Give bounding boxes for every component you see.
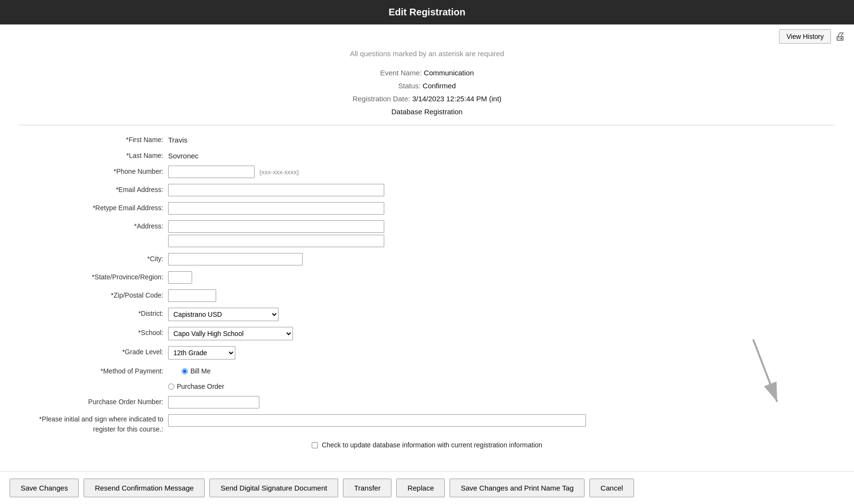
city-label: *City: <box>19 253 168 263</box>
po-number-label: Purchase Order Number: <box>19 396 168 406</box>
svg-line-1 <box>753 339 777 402</box>
po-number-row: Purchase Order Number: <box>19 396 835 408</box>
district-row: *District: Capistrano USD <box>19 308 835 321</box>
bill-me-radio[interactable] <box>182 368 188 374</box>
purchase-order-option[interactable]: Purchase Order <box>168 383 224 390</box>
required-notice: All questions marked by an asterisk are … <box>0 49 854 58</box>
first-name-label: *First Name: <box>19 134 168 144</box>
top-toolbar: View History 🖨 <box>0 24 854 47</box>
first-name-value: Travis <box>168 134 187 144</box>
last-name-value: Sovronec <box>168 150 198 160</box>
sign-field: Document has not been signed <box>168 414 586 427</box>
phone-input[interactable]: 949-951-8701 <box>168 166 255 178</box>
status-value: Confirmed <box>423 82 456 90</box>
reg-date-label: Registration Date: <box>353 95 410 103</box>
address-row: *Address: 123 Main St <box>19 220 835 247</box>
state-field: AR <box>168 271 192 284</box>
bill-me-label: Bill Me <box>190 367 210 375</box>
save-changes-button[interactable]: Save Changes <box>10 479 79 497</box>
district-field: Capistrano USD <box>168 308 279 321</box>
city-input[interactable]: Anytown <box>168 253 303 265</box>
view-history-button[interactable]: View History <box>779 29 831 44</box>
purchase-order-radio[interactable] <box>168 384 174 390</box>
status-label: Status: <box>398 82 421 90</box>
city-field: Anytown <box>168 253 303 265</box>
replace-button[interactable]: Replace <box>396 479 445 497</box>
zip-label: *Zip/Postal Code: <box>19 289 168 299</box>
retype-email-row: *Retype Email Address: test@test.com <box>19 202 835 215</box>
retype-email-field: test@test.com <box>168 202 384 215</box>
city-row: *City: Anytown <box>19 253 835 265</box>
zip-field: 78104 <box>168 289 216 302</box>
email-input[interactable]: test@test.com <box>168 184 384 196</box>
email-label: *Email Address: <box>19 184 168 193</box>
state-input[interactable]: AR <box>168 271 192 284</box>
district-select[interactable]: Capistrano USD <box>168 308 279 321</box>
cancel-button[interactable]: Cancel <box>589 479 634 497</box>
school-select[interactable]: Capo Vally High School <box>168 327 293 340</box>
po-number-input[interactable] <box>168 396 259 408</box>
state-label: *State/Province/Region: <box>19 271 168 281</box>
email-field: test@test.com <box>168 184 384 196</box>
purchase-order-label: Purchase Order <box>177 383 224 390</box>
payment-row: *Method of Payment: Bill Me Purchase Ord… <box>19 365 835 390</box>
phone-field: 949-951-8701 {xxx-xxx-xxxx} <box>168 166 299 178</box>
zip-row: *Zip/Postal Code: 78104 <box>19 289 835 302</box>
sign-label-line2: register for this course.: <box>93 425 163 433</box>
phone-row: *Phone Number: 949-951-8701 {xxx-xxx-xxx… <box>19 166 835 178</box>
grade-label: *Grade Level: <box>19 346 168 356</box>
payment-options: Bill Me Purchase Order <box>168 365 224 390</box>
sign-label: *Please initial and sign where indicated… <box>19 414 168 434</box>
update-db-row: Check to update database information wit… <box>19 441 835 449</box>
phone-label: *Phone Number: <box>19 166 168 175</box>
last-name-label: *Last Name: <box>19 150 168 159</box>
db-registration-label: Database Registration <box>391 108 463 116</box>
save-print-button[interactable]: Save Changes and Print Name Tag <box>450 479 585 497</box>
district-label: *District: <box>19 308 168 317</box>
last-name-row: *Last Name: Sovronec <box>19 150 835 160</box>
send-digital-signature-button[interactable]: Send Digital Signature Document <box>209 479 338 497</box>
print-icon[interactable]: 🖨 <box>835 30 845 43</box>
section-divider <box>19 125 835 125</box>
grade-row: *Grade Level: 12th Grade <box>19 346 835 360</box>
arrow-icon <box>739 335 796 411</box>
grade-select[interactable]: 12th Grade <box>168 346 235 360</box>
retype-email-input[interactable]: test@test.com <box>168 202 384 215</box>
event-name-label: Event Name: <box>380 69 422 77</box>
registration-info: Event Name: Communication Status: Confir… <box>0 66 854 118</box>
payment-label: *Method of Payment: <box>19 365 168 375</box>
update-db-checkbox[interactable] <box>312 442 318 448</box>
registration-form: *First Name: Travis *Last Name: Sovronec… <box>0 134 854 449</box>
sign-label-line1: *Please initial and sign where indicated… <box>39 415 163 423</box>
email-row: *Email Address: test@test.com <box>19 184 835 196</box>
address-field: 123 Main St <box>168 220 384 247</box>
reg-date-value: 3/14/2023 12:25:44 PM (int) <box>412 95 501 103</box>
state-row: *State/Province/Region: AR <box>19 271 835 284</box>
sign-row: *Please initial and sign where indicated… <box>19 414 835 434</box>
zip-input[interactable]: 78104 <box>168 289 216 302</box>
bill-me-option[interactable]: Bill Me <box>182 367 210 375</box>
sign-input[interactable]: Document has not been signed <box>168 414 586 427</box>
address2-input[interactable] <box>168 235 384 247</box>
po-number-field <box>168 396 259 408</box>
footer-bar: Save Changes Resend Confirmation Message… <box>0 471 854 504</box>
header-bar: Edit Registration <box>0 0 854 24</box>
address-input[interactable]: 123 Main St <box>168 220 384 233</box>
transfer-button[interactable]: Transfer <box>343 479 391 497</box>
update-db-label: Check to update database information wit… <box>322 441 542 449</box>
event-name-value: Communication <box>424 69 474 77</box>
last-name-field: Sovronec <box>168 150 198 160</box>
page-title: Edit Registration <box>389 7 465 17</box>
school-field: Capo Vally High School <box>168 327 293 340</box>
first-name-field: Travis <box>168 134 187 144</box>
school-row: *School: Capo Vally High School <box>19 327 835 340</box>
resend-confirmation-button[interactable]: Resend Confirmation Message <box>84 479 205 497</box>
address-label: *Address: <box>19 220 168 230</box>
grade-field: 12th Grade <box>168 346 235 360</box>
retype-email-label: *Retype Email Address: <box>19 202 168 212</box>
first-name-row: *First Name: Travis <box>19 134 835 144</box>
school-label: *School: <box>19 327 168 336</box>
phone-format: {xxx-xxx-xxxx} <box>259 168 299 176</box>
